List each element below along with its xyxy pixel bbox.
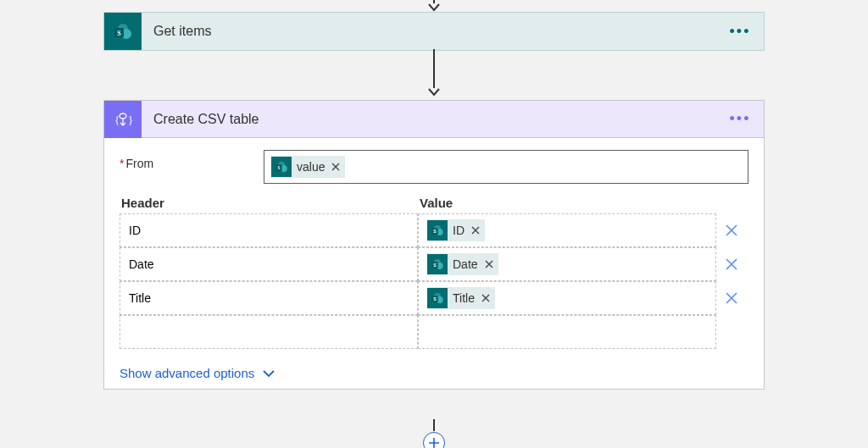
table-row: S Date [120,247,748,281]
dynamic-token[interactable]: S value [271,156,345,178]
action-menu-button[interactable]: ••• [725,104,755,135]
svg-text:S: S [117,30,121,37]
token-label: Date [453,257,478,271]
header-input[interactable] [127,223,410,238]
flow-connector [428,0,440,12]
token-label: value [297,160,325,174]
header-column-label: Header [121,196,420,210]
dynamic-token[interactable]: S Date [427,253,498,275]
from-label: *From [120,150,264,170]
dynamic-token[interactable]: S Title [427,287,495,309]
table-row: S ID [120,213,748,247]
svg-text:{: { [114,113,120,126]
from-row: *From S [120,150,748,184]
delete-row-button[interactable] [716,247,747,281]
action-header[interactable]: { } Create CSV table ••• [104,101,764,138]
svg-text:S: S [433,229,437,234]
show-advanced-options[interactable]: Show advanced options [120,366,275,380]
svg-text:S: S [433,263,437,268]
sharepoint-icon: S [427,288,448,308]
sharepoint-icon: S [427,254,448,274]
value-cell[interactable]: S Date [418,247,716,281]
sharepoint-icon: S [271,157,292,177]
token-remove-button[interactable] [468,226,483,235]
chevron-down-icon [263,369,275,378]
token-remove-button[interactable] [328,163,343,171]
action-header[interactable]: S Get items ••• [104,13,764,50]
token-remove-button[interactable] [478,294,493,302]
value-cell[interactable]: S Title [418,281,716,315]
value-cell[interactable] [418,315,716,349]
columns-grid: S ID [120,213,748,349]
data-operation-icon: { } [104,101,142,138]
action-card-create-csv[interactable]: { } Create CSV table ••• *From [103,100,765,390]
action-body: *From S [104,138,764,389]
svg-text:S: S [433,296,437,301]
delete-row-button[interactable] [716,213,747,247]
token-label: ID [453,224,465,237]
header-input[interactable] [127,290,410,306]
header-cell[interactable] [120,247,418,281]
svg-text:}: } [128,113,133,126]
flow-connector [433,419,435,431]
value-cell[interactable]: S ID [418,213,716,247]
show-advanced-label: Show advanced options [120,366,254,380]
value-column-label: Value [420,196,747,210]
table-row: S Title [120,281,748,315]
svg-text:S: S [278,165,281,170]
header-input[interactable] [127,257,410,272]
table-row-empty [120,315,748,349]
add-step-button[interactable] [423,432,445,448]
from-input[interactable]: S value [264,150,748,184]
header-cell[interactable] [120,213,418,247]
token-remove-button[interactable] [481,260,497,268]
action-card-get-items[interactable]: S Get items ••• [103,12,765,51]
delete-row-button[interactable] [716,281,747,315]
action-title: Get items [142,24,725,39]
flow-connector [428,49,440,97]
dynamic-token[interactable]: S ID [427,219,485,241]
action-menu-button[interactable]: ••• [725,16,755,47]
header-cell[interactable] [120,281,418,315]
header-input[interactable] [127,324,410,340]
token-label: Title [453,291,475,305]
action-title: Create CSV table [142,112,725,127]
sharepoint-icon: S [104,13,142,50]
columns-header-row: Header Value [120,196,748,213]
sharepoint-icon: S [427,220,448,241]
header-cell[interactable] [120,315,418,349]
